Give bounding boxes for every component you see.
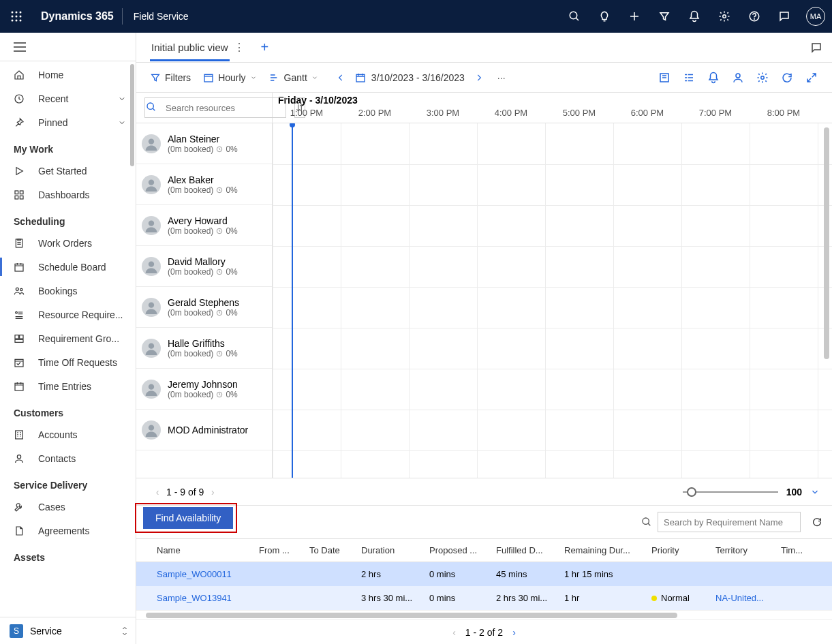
expand-icon[interactable]	[799, 72, 824, 84]
next-range-button[interactable]	[469, 73, 489, 82]
gear-icon[interactable]	[709, 0, 739, 33]
area-badge: S	[10, 624, 23, 638]
svg-rect-30	[20, 335, 23, 338]
nav-scrollbar[interactable]	[130, 64, 134, 166]
col-from[interactable]: From ...	[252, 545, 303, 555]
nav-agreements[interactable]: Agreements	[0, 519, 136, 542]
requirement-row[interactable]: Sample_WO00011 2 hrs 0 mins 45 mins 1 hr…	[136, 562, 832, 586]
svg-point-35	[17, 455, 20, 458]
nav-contacts[interactable]: Contacts	[0, 446, 136, 470]
requirement-search-input[interactable]	[658, 512, 801, 532]
date-range-picker[interactable]: 3/10/2023 - 3/16/2023	[355, 72, 465, 83]
col-duration[interactable]: Duration	[354, 545, 422, 555]
nav-requirement-groups[interactable]: Requirement Gro...	[0, 326, 136, 350]
nav-accounts[interactable]: Accounts	[0, 423, 136, 446]
brand-title[interactable]: Dynamics 365	[33, 10, 122, 22]
nav-pinned[interactable]: Pinned	[0, 110, 136, 134]
col-time[interactable]: Tim...	[774, 545, 808, 555]
refresh-icon[interactable]	[775, 72, 799, 84]
add-icon[interactable]	[619, 0, 649, 33]
filter-icon[interactable]	[649, 0, 679, 33]
resource-row[interactable]: Halle Griffiths (0m booked) 0%	[136, 328, 272, 369]
nav-cases[interactable]: Cases	[0, 495, 136, 519]
refresh-icon[interactable]	[812, 517, 822, 527]
nav-label: Cases	[38, 502, 65, 512]
alerts-icon[interactable]	[701, 72, 726, 84]
nav-resource-requirements[interactable]: Resource Require...	[0, 303, 136, 326]
cell-name[interactable]: Sample_WO00011	[150, 569, 252, 579]
settings-icon[interactable]	[750, 72, 775, 84]
hour-label: 1:00 PM	[273, 108, 341, 123]
svg-rect-23	[20, 196, 23, 199]
col-priority[interactable]: Priority	[645, 545, 709, 555]
requirement-row[interactable]: Sample_WO13941 3 hrs 30 mi... 0 mins 2 h…	[136, 586, 832, 610]
chevron-down-icon[interactable]	[810, 487, 820, 497]
nav-label: Bookings	[38, 286, 78, 296]
nav-work-orders[interactable]: Work Orders	[0, 231, 136, 255]
col-proposed[interactable]: Proposed ...	[422, 545, 489, 555]
filters-label: Filters	[165, 72, 191, 83]
lightbulb-icon[interactable]	[589, 0, 619, 33]
nav-time-entries[interactable]: Time Entries	[0, 374, 136, 398]
resource-row[interactable]: Gerald Stephens (0m booked) 0%	[136, 287, 272, 328]
next-page-icon[interactable]: ›	[204, 487, 221, 497]
nav-time-off[interactable]: Time Off Requests	[0, 350, 136, 374]
list-view-icon[interactable]	[677, 72, 701, 84]
col-remaining[interactable]: Remaining Dur...	[557, 545, 645, 555]
tab-initial-public-view[interactable]: Initial public view	[150, 34, 230, 61]
copilot-chat-icon[interactable]	[810, 42, 822, 54]
book-icon[interactable]	[652, 72, 677, 84]
svg-point-40	[761, 76, 765, 79]
svg-point-58	[643, 518, 649, 524]
pin-icon	[14, 117, 27, 128]
gantt-dropdown[interactable]: Gantt	[269, 72, 318, 83]
help-icon[interactable]	[739, 0, 769, 33]
nav-get-started[interactable]: Get Started	[0, 159, 136, 183]
tab-more-icon[interactable]: ⋮	[234, 41, 245, 54]
nav-toggle-icon[interactable]	[0, 33, 136, 61]
svg-point-0	[12, 12, 14, 14]
gantt-scrollbar[interactable]	[824, 127, 829, 359]
col-territory[interactable]: Territory	[709, 545, 774, 555]
svg-rect-21	[20, 191, 23, 194]
col-fulfilled[interactable]: Fulfilled D...	[489, 545, 557, 555]
resource-row[interactable]: Alan Steiner (0m booked) 0%	[136, 123, 272, 164]
col-to[interactable]: To Date	[303, 545, 354, 555]
nav-schedule-board[interactable]: Schedule Board	[0, 255, 136, 279]
nav-dashboards[interactable]: Dashboards	[0, 183, 136, 206]
resource-row[interactable]: Jeremy Johnson (0m booked) 0%	[136, 369, 272, 410]
add-tab-icon[interactable]: +	[261, 40, 269, 55]
svg-rect-37	[356, 74, 365, 82]
filters-button[interactable]: Filters	[150, 72, 191, 83]
resource-row[interactable]: Avery Howard (0m booked) 0%	[136, 205, 272, 246]
app-launcher-icon[interactable]	[0, 11, 33, 22]
user-avatar[interactable]: MA	[806, 7, 825, 26]
hourly-dropdown[interactable]: Hourly	[203, 72, 256, 83]
nav-home[interactable]: Home	[0, 63, 136, 87]
prev-page-icon[interactable]: ‹	[452, 627, 456, 638]
more-toolbar-icon[interactable]: ···	[497, 72, 506, 83]
find-availability-button[interactable]: Find Availability	[143, 507, 233, 529]
resource-row[interactable]: David Mallory (0m booked) 0%	[136, 246, 272, 287]
app-name[interactable]: Field Service	[123, 11, 200, 22]
resource-row[interactable]: MOD Administrator	[136, 410, 272, 450]
chat-icon[interactable]	[769, 0, 799, 33]
cell-territory[interactable]: NA-United...	[709, 593, 774, 603]
next-page-icon[interactable]: ›	[512, 627, 516, 638]
prev-page-icon[interactable]: ‹	[149, 487, 166, 497]
cell-name[interactable]: Sample_WO13941	[150, 593, 252, 603]
prev-range-button[interactable]	[330, 73, 351, 82]
search-icon[interactable]	[559, 0, 589, 33]
resource-search-input[interactable]	[144, 97, 286, 118]
col-name[interactable]: Name	[150, 545, 252, 555]
grid-hscroll[interactable]	[136, 610, 832, 619]
nav-bookings[interactable]: Bookings	[0, 279, 136, 303]
person-icon[interactable]	[726, 72, 750, 84]
nav-recent[interactable]: Recent	[0, 87, 136, 110]
bell-icon[interactable]	[679, 0, 709, 33]
resource-row[interactable]: Alex Baker (0m booked) 0%	[136, 164, 272, 205]
area-picker[interactable]: S Service	[0, 617, 136, 644]
zoom-slider[interactable]	[683, 491, 778, 493]
cell-proposed: 0 mins	[422, 593, 489, 603]
gantt-area[interactable]	[273, 123, 832, 478]
